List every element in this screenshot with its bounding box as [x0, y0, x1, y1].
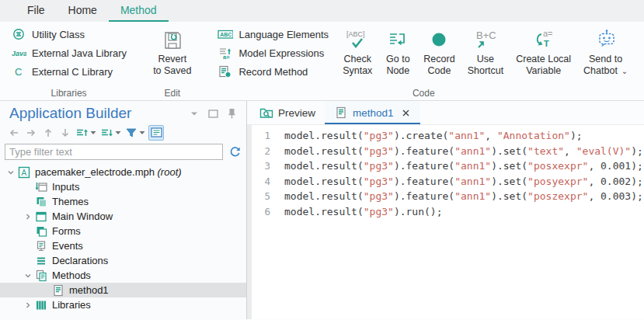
expander-collapsed-icon[interactable] — [22, 213, 34, 221]
expander-expanded-icon[interactable] — [5, 169, 17, 176]
menu-bar: FileHomeMethod — [0, 0, 644, 22]
code-line: 3model.result("pg3").feature("ann1").set… — [247, 158, 644, 174]
expander-expanded-icon[interactable] — [22, 272, 34, 280]
tree-item-method1[interactable]: method1 — [0, 283, 246, 297]
arrow-right-icon — [25, 127, 37, 139]
tree-item-label: Declarations — [52, 255, 108, 266]
tree-item-pacemaker-electrode-mph[interactable]: Apacemaker_electrode.mph (root) — [0, 165, 246, 179]
button-label: RecordCode — [423, 54, 454, 77]
code-text: model.result("pg3").feature("ann1").set(… — [270, 174, 643, 190]
code-editor[interactable]: 1model.result("pg3").create("ann1", "Ann… — [247, 125, 644, 319]
menu-tab-method[interactable]: Method — [109, 0, 169, 22]
menu-tab-file[interactable]: File — [16, 0, 57, 22]
tree-item-methods[interactable]: Methods — [0, 268, 246, 283]
revert-to-saved-button[interactable]: Revertto Saved — [147, 25, 197, 77]
refresh-filter-button[interactable] — [228, 145, 242, 159]
editor-tab-method1[interactable]: method1 — [325, 101, 420, 124]
go-to-node-icon — [386, 27, 409, 54]
ribbon-group-edit: Revertto Saved Edit — [136, 22, 208, 100]
external-java-library-button[interactable]: JavaExternal Java Library — [6, 45, 131, 61]
method-doc-icon — [51, 284, 65, 297]
arrow-down-button[interactable] — [57, 125, 73, 141]
edit-group-label: Edit — [136, 88, 208, 99]
expander-collapsed-icon[interactable] — [22, 301, 34, 309]
move-down-list-icon — [100, 127, 113, 139]
arrow-up-button[interactable] — [40, 125, 56, 141]
tree-toolbar — [0, 122, 246, 142]
pin-icon[interactable] — [226, 108, 237, 119]
panel-title: Application Builder — [9, 105, 189, 122]
line-number: 1 — [247, 128, 270, 144]
move-up-list-button[interactable] — [75, 125, 98, 141]
tree-item-forms[interactable]: Forms — [0, 224, 246, 238]
application-tree: Apacemaker_electrode.mph (root)InputsThe… — [0, 162, 246, 319]
line-number: 2 — [247, 144, 270, 159]
line-number: 3 — [247, 158, 270, 174]
revert-to-saved-icon — [162, 27, 183, 54]
close-icon[interactable] — [402, 108, 411, 117]
move-down-list-button[interactable] — [99, 125, 123, 141]
record-method-button[interactable]: Record Method — [213, 64, 333, 79]
use-shortcut-icon: B+C — [472, 27, 499, 54]
app-root-icon: A — [17, 166, 31, 179]
tree-item-declarations[interactable]: Declarations — [0, 253, 246, 268]
tree-item-label: Inputs — [52, 181, 79, 193]
ribbon-group-libraries: Utility ClassJavaExternal Java LibraryCE… — [2, 22, 136, 100]
button-label: External Java Library — [32, 47, 127, 59]
button-label: External C Library — [32, 66, 113, 78]
button-label: Send toChatbot ⌄ — [583, 54, 628, 77]
editor-tab-preview[interactable]: Preview — [250, 101, 325, 124]
language-elements-button[interactable]: ABCLanguage Elements — [213, 26, 333, 42]
filter-input[interactable] — [5, 144, 223, 160]
line-number: 4 — [247, 174, 270, 190]
filter-funnel-button[interactable] — [124, 125, 147, 141]
filter-row — [0, 142, 246, 162]
svg-text:Java: Java — [12, 50, 26, 57]
ribbon: Utility ClassJavaExternal Java LibraryCE… — [0, 22, 644, 101]
comsol-method-window: FileHomeMethod Utility ClassJavaExternal… — [0, 0, 644, 320]
declarations-icon — [34, 255, 48, 267]
arrow-left-icon — [8, 127, 20, 139]
create-local-variable-button[interactable]: a=TCreate LocalVariable — [510, 25, 577, 79]
model-expressions-icon: a= — [218, 47, 233, 59]
record-code-button[interactable]: RecordCode — [417, 25, 461, 79]
arrow-left-button[interactable] — [6, 125, 22, 141]
show-in-editor-toggle-button[interactable] — [148, 125, 164, 141]
tree-item-label: method1 — [69, 284, 109, 296]
tree-item-label: Methods — [52, 270, 91, 281]
move-up-list-icon — [75, 127, 89, 139]
model-expressions-button[interactable]: a=Model Expressions — [213, 45, 333, 61]
tree-item-libraries[interactable]: Libraries — [0, 297, 246, 312]
button-label: UseShortcut — [468, 54, 504, 77]
send-to-chatbot-button[interactable]: Send toChatbot ⌄ — [577, 25, 634, 79]
check-syntax-icon: [ABC] — [343, 27, 371, 54]
code-group-label: Code — [208, 88, 639, 99]
tree-item-themes[interactable]: Themes — [0, 194, 246, 209]
menu-tab-home[interactable]: Home — [57, 0, 109, 22]
svg-text:a=: a= — [543, 29, 553, 38]
external-c-library-button[interactable]: CExternal C Library — [6, 64, 131, 79]
check-syntax-button[interactable]: [ABC]CheckSyntax — [336, 25, 378, 79]
record-code-icon — [427, 27, 451, 54]
application-builder-panel: Application Builder Apacemaker_electrode… — [0, 101, 247, 319]
tree-item-label: Main Window — [52, 210, 113, 222]
button-label: Create LocalVariable — [516, 54, 571, 77]
code-text: model.result("pg3").feature("ann1").set(… — [270, 144, 643, 159]
chevron-down-icon[interactable] — [189, 108, 200, 119]
utility-class-button[interactable]: Utility Class — [6, 26, 131, 42]
maximize-icon[interactable] — [207, 108, 218, 119]
language-elements-icon: ABC — [218, 28, 233, 40]
chevron-down-icon: ⌄ — [619, 67, 628, 75]
use-shortcut-button[interactable]: B+CUseShortcut — [461, 25, 510, 79]
arrow-right-button[interactable] — [23, 125, 39, 141]
tree-item-inputs[interactable]: Inputs — [0, 179, 246, 194]
forms-icon — [34, 225, 48, 238]
code-line: 2model.result("pg3").feature("ann1").set… — [247, 144, 644, 159]
tree-item-suffix: (root) — [155, 166, 182, 178]
go-to-node-button[interactable]: Go toNode — [378, 25, 417, 79]
tree-item-events[interactable]: Events — [0, 238, 246, 253]
svg-text:a=: a= — [223, 54, 230, 60]
code-text: model.result("pg3").run(); — [270, 204, 443, 220]
events-icon — [34, 240, 48, 252]
tree-item-main-window[interactable]: Main Window — [0, 209, 246, 224]
